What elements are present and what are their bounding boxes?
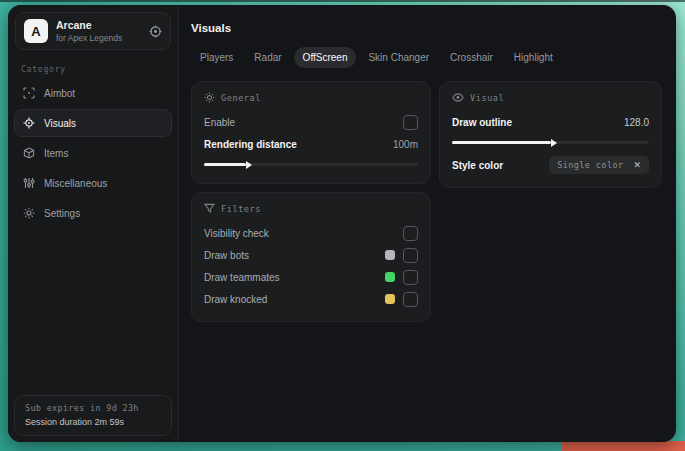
close-icon[interactable]: ✕ (633, 161, 641, 170)
sidebar-item-settings[interactable]: Settings (14, 199, 172, 227)
rendering-distance-row: Rendering distance 100m (204, 134, 418, 154)
category-label: Category (21, 65, 178, 74)
panel-title: General (221, 93, 261, 103)
tab-offscreen[interactable]: OffScreen (294, 47, 357, 68)
subscription-card: Sub expires in 9d 23h Session duration 2… (14, 395, 172, 436)
draw-outline-slider[interactable] (452, 138, 649, 147)
draw-bots-checkbox[interactable] (403, 248, 418, 263)
filter-row-draw-teammates: Draw teammates (204, 267, 418, 287)
tab-bar: Players Radar OffScreen Skin Changer Cro… (191, 47, 662, 68)
style-color-label: Style color (452, 160, 503, 171)
tab-players[interactable]: Players (191, 47, 242, 68)
filter-label: Draw teammates (204, 272, 280, 283)
filters-panel: Filters Visibility check Draw bots (191, 192, 431, 322)
filter-row-draw-bots: Draw bots (204, 245, 418, 265)
sidebar-nav: Aimbot Visuals Items Miscellaneous (8, 79, 178, 227)
sidebar-item-visuals[interactable]: Visuals (14, 109, 172, 137)
filter-label: Draw bots (204, 250, 249, 261)
sidebar-item-label: Settings (44, 208, 80, 219)
sidebar-item-items[interactable]: Items (14, 139, 172, 167)
eye-icon (452, 92, 464, 103)
draw-bots-color-swatch[interactable] (385, 250, 395, 260)
sidebar-item-label: Aimbot (44, 88, 75, 99)
screen-top-edge (0, 0, 685, 2)
sidebar: A Arcane for Apex Legends Category Aimbo… (8, 5, 179, 442)
rendering-distance-slider[interactable] (204, 160, 418, 169)
target-icon[interactable] (149, 25, 162, 38)
visuals-icon (23, 117, 35, 129)
brand-subtitle: for Apex Legends (56, 33, 122, 43)
slider-thumb[interactable] (452, 141, 551, 144)
panel-title: Filters (221, 204, 261, 214)
draw-outline-row: Draw outline 128.0 (452, 112, 649, 132)
sidebar-item-label: Visuals (44, 118, 76, 129)
draw-outline-value: 128.0 (624, 117, 649, 128)
selected-option-label: Single color (557, 160, 623, 170)
rendering-distance-label: Rendering distance (204, 139, 297, 150)
brand-card: A Arcane for Apex Legends (15, 12, 171, 50)
enable-row: Enable (204, 112, 418, 132)
background-orange-strip (562, 441, 685, 451)
draw-teammates-checkbox[interactable] (403, 270, 418, 285)
sidebar-item-label: Items (44, 148, 68, 159)
sidebar-item-miscellaneous[interactable]: Miscellaneous (14, 169, 172, 197)
page-title: Visuals (191, 22, 662, 34)
enable-label: Enable (204, 117, 235, 128)
sidebar-item-label: Miscellaneous (44, 178, 107, 189)
funnel-icon (204, 203, 215, 214)
rendering-distance-value: 100m (393, 139, 418, 150)
main-content: Visuals Players Radar OffScreen Skin Cha… (179, 5, 676, 442)
slider-thumb[interactable] (204, 163, 246, 166)
sub-expires-text: Sub expires in 9d 23h (25, 403, 161, 413)
tab-highlight[interactable]: Highlight (505, 47, 562, 68)
settings-icon (23, 207, 35, 219)
enable-checkbox[interactable] (403, 115, 418, 130)
visual-panel: Visual Draw outline 128.0 Style color Si… (439, 81, 662, 188)
aimbot-icon (23, 87, 35, 99)
tab-crosshair[interactable]: Crosshair (441, 47, 502, 68)
style-color-select[interactable]: Single color ✕ (549, 156, 649, 174)
filter-label: Visibility check (204, 228, 269, 239)
items-icon (23, 147, 35, 159)
session-duration-text: Session duration 2m 59s (25, 417, 161, 427)
sidebar-item-aimbot[interactable]: Aimbot (14, 79, 172, 107)
app-window: A Arcane for Apex Legends Category Aimbo… (8, 5, 676, 442)
tab-radar[interactable]: Radar (245, 47, 290, 68)
sun-icon (204, 92, 215, 103)
filter-label: Draw knocked (204, 294, 267, 305)
miscellaneous-icon (23, 177, 35, 189)
tab-skin-changer[interactable]: Skin Changer (359, 47, 438, 68)
general-panel: General Enable Rendering distance 100m (191, 81, 431, 184)
draw-knocked-color-swatch[interactable] (385, 294, 395, 304)
style-color-row: Style color Single color ✕ (452, 155, 649, 175)
draw-outline-label: Draw outline (452, 117, 512, 128)
panel-title: Visual (470, 93, 504, 103)
filter-row-visibility-check: Visibility check (204, 223, 418, 243)
draw-teammates-color-swatch[interactable] (385, 272, 395, 282)
brand-name: Arcane (56, 19, 122, 31)
app-logo: A (24, 19, 48, 43)
filter-row-draw-knocked: Draw knocked (204, 289, 418, 309)
draw-knocked-checkbox[interactable] (403, 292, 418, 307)
visibility-check-checkbox[interactable] (403, 226, 418, 241)
